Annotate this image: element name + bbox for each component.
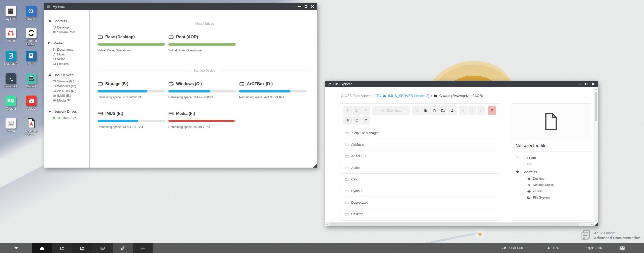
drive-windows-c[interactable]: Windows (C:) Remaining space: 114.42G/30…: [168, 81, 236, 99]
sidebar-item-video[interactable]: Video: [44, 57, 89, 61]
sidebar-item-windows-c[interactable]: Windows (C:): [44, 84, 89, 88]
sidebar-item-system-root[interactable]: System Root: [44, 30, 89, 35]
breadcrumb-path[interactable]: C:\wamp\www\private\AOB\: [434, 94, 483, 98]
desktop-icon-ffmpeg-factory[interactable]: FFmpeg Factory: [23, 28, 40, 46]
folder-icon: [516, 156, 520, 160]
new-file-button[interactable]: [430, 106, 439, 115]
desktop-icon-notepada[interactable]: NotepadA: [3, 51, 19, 66]
desktop-icon-modeling-local-g[interactable]: Modeling Local G...: [23, 118, 40, 137]
file-row-airmusic[interactable]: AirMusic: [340, 139, 500, 150]
desktop-icon-cyinput[interactable]: 速型 Cyinput: [3, 96, 19, 111]
shortcut-file-system[interactable]: File System: [527, 194, 587, 201]
upload-button[interactable]: [448, 106, 457, 115]
drive-media-f[interactable]: Media (F:) Remaining space: 35.78G/1.53T: [168, 111, 236, 129]
file-row-arozdfs[interactable]: ArOZDFS: [340, 150, 500, 162]
sidebar-item-desktop[interactable]: Desktop: [44, 25, 89, 30]
desktop-icon-my-host[interactable]: My Host: [3, 6, 19, 21]
item-label: Pictures: [57, 62, 69, 66]
taskbar-leaf-button[interactable]: [113, 243, 133, 253]
breadcrumb-root[interactable]: ArOZβ Files Viewer: [341, 94, 372, 98]
drive-storage-b[interactable]: Storage (B:) Remaining space: 713.64G/2.…: [98, 81, 165, 99]
taskbar-new-window-button[interactable]: [133, 243, 153, 253]
close-button[interactable]: [591, 82, 595, 86]
help-button[interactable]: ?: [362, 116, 370, 124]
file-explorer-titlebar[interactable]: File Explorer: [325, 81, 598, 87]
sidebar-item-pictures[interactable]: Pictures: [44, 61, 89, 66]
resize-grip[interactable]: [594, 223, 598, 226]
shortcut-desktop-music[interactable]: Desktop Music: [527, 182, 587, 188]
volume-tray-item[interactable]: 15%: [547, 246, 559, 250]
bookmark-button[interactable]: [343, 116, 352, 124]
taskbar-my-host-button[interactable]: [92, 243, 113, 253]
close-button[interactable]: [310, 5, 314, 9]
sidebar-item-media-f[interactable]: Media (F:): [44, 98, 89, 103]
drive-base-desktop[interactable]: Base (Desktop) Virtual Drive, Operationa…: [98, 34, 165, 52]
shortcut-label: File System: [533, 196, 550, 199]
delete-button[interactable]: [488, 106, 496, 115]
desktop-icon-audio[interactable]: Audio: [3, 28, 19, 43]
vertical-scroll-thumb[interactable]: [595, 92, 597, 121]
clock-tray-item[interactable]: 下午3:55:36: [585, 246, 602, 250]
file-row-desktop[interactable]: Desktop: [340, 208, 500, 220]
taskbar-cloud-button[interactable]: [32, 243, 52, 253]
horizontal-scroll-thumb[interactable]: [330, 223, 579, 226]
desktop-icon-terminala[interactable]: >_ TerminalA: [3, 73, 19, 88]
sidebar-item-arozbox-d[interactable]: ArOZBox (D:): [44, 88, 89, 93]
my-host-window: My Host Shorcuts Desktop: [44, 3, 317, 168]
taskbar-file-explorer-button[interactable]: [72, 243, 92, 253]
scroll-up-arrow[interactable]: ▲: [594, 87, 598, 91]
file-row-calc[interactable]: Calc: [340, 174, 500, 185]
file-row-audio[interactable]: Audio: [340, 162, 500, 174]
usb-tray-item[interactable]: USB Hub: [502, 246, 523, 250]
desktop-icon-writera[interactable]: WriterA: [23, 73, 40, 88]
desktop-icon-filary[interactable]: Filary: [23, 51, 40, 66]
breadcrumb: ArOZβ Files Viewer / TC IMUS_SERVER (Mod…: [341, 93, 483, 98]
scroll-right-arrow[interactable]: ►: [590, 223, 594, 227]
messages-tray-item[interactable]: [620, 246, 625, 250]
virtual-drive-row: Base (Desktop) Virtual Drive, Operationa…: [98, 34, 310, 52]
sidebar-item-storage-b[interactable]: Storage (B:): [44, 79, 89, 84]
drive-root-aor[interactable]: Root (AOR) Virtual Drive, Operational: [168, 34, 236, 52]
new-folder-button[interactable]: [439, 106, 448, 115]
refresh-button[interactable]: [352, 116, 361, 124]
scroll-down-arrow[interactable]: ▼: [594, 219, 598, 222]
sidebar-item-music[interactable]: Music: [44, 52, 89, 57]
file-row-cyinput[interactable]: Cyinput: [340, 185, 500, 197]
breadcrumb-server-link[interactable]: TC IMUS_SERVER (Mode: 2): [376, 94, 429, 98]
sidebar-section-network-drives: Network Drives: [44, 109, 89, 114]
desktop-icon-photo[interactable]: Photo: [3, 118, 19, 133]
download-button[interactable]: Download: [372, 106, 410, 115]
sidebar-item-imus-e[interactable]: IMUS (E:): [44, 93, 89, 98]
taskbar-expand-button[interactable]: [0, 247, 32, 249]
open-button[interactable]: [352, 106, 361, 115]
minimize-button[interactable]: [578, 82, 582, 86]
open-in-new-window-button[interactable]: [361, 106, 370, 115]
paste-button[interactable]: [421, 106, 430, 115]
cut-button[interactable]: [459, 106, 468, 115]
file-row-7zip[interactable]: 7-Zip File Manager: [340, 127, 500, 139]
desktop-icon-airmusic[interactable]: AirMusic: [23, 6, 40, 21]
maximize-button[interactable]: [585, 82, 589, 86]
drive-imus-e[interactable]: IMUS (E:) Remaining space: 44.69G/111.79…: [98, 111, 165, 129]
go-up-button[interactable]: [343, 106, 352, 115]
horizontal-scrollbar[interactable]: ◄ ►: [325, 222, 594, 226]
minimize-button[interactable]: [297, 5, 301, 9]
my-host-titlebar[interactable]: My Host: [44, 3, 317, 10]
shortcut-label: Desktop Music: [533, 183, 554, 187]
taskbar-folder-button[interactable]: [52, 243, 72, 253]
drive-arozbox-d[interactable]: ArOZBox (D:) Remaining space: 424.36G/1.…: [239, 81, 307, 99]
shortcut-cluster[interactable]: cluster: [527, 188, 587, 194]
vertical-scrollbar[interactable]: ▲ ▼: [594, 87, 598, 222]
swap-button[interactable]: [477, 106, 486, 115]
desktop-icon-video[interactable]: Video: [23, 96, 40, 111]
file-row-deprecated[interactable]: Deprecated: [340, 197, 500, 208]
rename-button[interactable]: [468, 106, 476, 115]
scroll-left-arrow[interactable]: ◄: [325, 223, 329, 227]
resize-grip[interactable]: [313, 164, 317, 168]
sidebar-item-network-192-168-0-126[interactable]: 192.168.0.126: [44, 115, 89, 120]
sidebar-item-documents[interactable]: Documents: [44, 47, 89, 52]
drive-icon: [53, 80, 56, 83]
shortcut-desktop[interactable]: Desktop: [527, 175, 587, 182]
copy-button[interactable]: [412, 106, 421, 115]
maximize-button[interactable]: [304, 5, 308, 9]
